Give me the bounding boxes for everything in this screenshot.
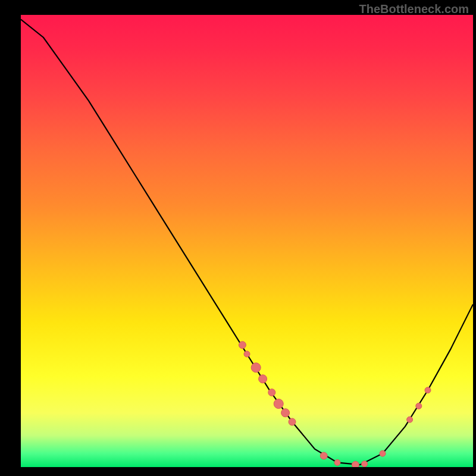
watermark-text: TheBottleneck.com xyxy=(359,2,469,16)
data-points xyxy=(239,342,431,467)
data-point xyxy=(380,450,386,456)
data-point xyxy=(259,375,267,383)
bottleneck-curve xyxy=(21,20,473,465)
data-point xyxy=(289,418,296,425)
data-point xyxy=(320,452,327,459)
chart-area xyxy=(21,15,473,467)
data-point xyxy=(352,461,359,467)
data-point xyxy=(251,363,261,372)
data-point xyxy=(281,409,290,417)
data-point xyxy=(362,461,368,467)
data-point xyxy=(416,403,422,409)
chart-svg xyxy=(21,15,473,467)
data-point xyxy=(334,459,340,465)
data-point xyxy=(407,416,413,422)
data-point xyxy=(244,351,250,357)
data-point xyxy=(425,387,431,393)
data-point xyxy=(274,399,283,409)
data-point xyxy=(239,342,246,349)
data-point xyxy=(268,389,275,396)
